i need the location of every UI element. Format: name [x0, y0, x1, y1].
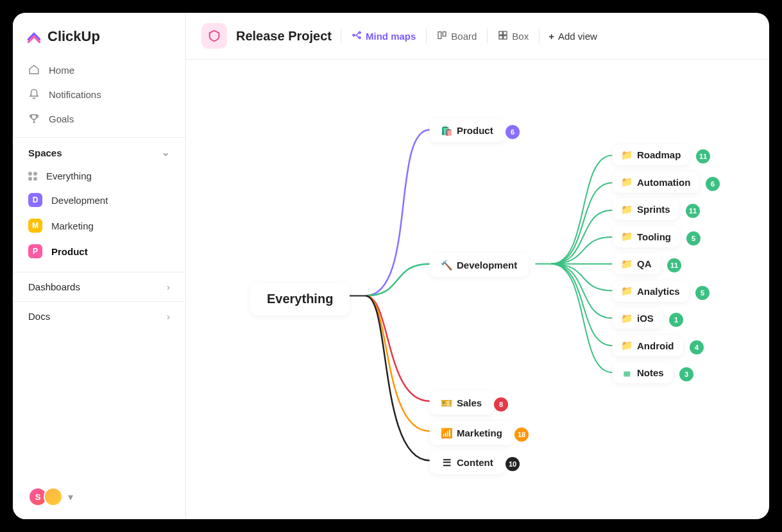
add-view-label: Add view [558, 31, 597, 42]
svg-point-1 [359, 31, 361, 33]
tab-box[interactable]: Box [497, 28, 530, 45]
node-dev-child[interactable]: 📁QA [613, 253, 661, 274]
folder-icon: 📁 [622, 340, 632, 351]
nav-home[interactable]: Home [13, 58, 185, 82]
svg-rect-6 [504, 31, 507, 35]
svg-rect-8 [504, 35, 507, 38]
count-badge: 11 [696, 149, 710, 163]
node-label: Analytics [637, 286, 680, 297]
count-badge: 8 [494, 397, 508, 411]
node-label: Android [637, 340, 674, 351]
logo[interactable]: ClickUp [13, 13, 185, 58]
count-badge: 11 [667, 258, 681, 272]
node-label: QA [637, 258, 652, 269]
node-development[interactable]: 🔨 Development [430, 253, 529, 277]
count-badge: 5 [695, 286, 710, 300]
divider [426, 29, 427, 43]
node-marketing[interactable]: 📶 Marketing [430, 421, 514, 445]
node-label: Development [457, 260, 517, 270]
node-dev-child[interactable]: 📁Analytics [613, 281, 689, 302]
nav-notifications-label: Notifications [49, 89, 101, 100]
space-label: Development [51, 195, 108, 206]
count-badge: 3 [679, 367, 693, 381]
avatar-other [44, 487, 63, 506]
root-label: Everything [267, 292, 333, 306]
space-label: Product [51, 246, 88, 257]
wifi-icon: 📶 [441, 428, 452, 438]
folder-icon: 📁 [622, 259, 632, 269]
text-icon: ☰ [441, 458, 452, 468]
sidebar-item-marketing[interactable]: M Marketing [13, 213, 185, 238]
node-dev-child[interactable]: 📁iOS [613, 308, 663, 329]
project-icon [201, 23, 227, 49]
nav-goals-label: Goals [49, 113, 74, 124]
node-label: Roadmap [637, 149, 681, 160]
plus-icon: + [548, 31, 554, 42]
folder-icon: 📁 [622, 204, 632, 215]
node-label: Sprints [637, 204, 670, 215]
nav-notifications[interactable]: Notifications [13, 82, 185, 106]
divider [487, 29, 488, 43]
count-badge: 11 [686, 204, 700, 218]
space-badge-m: M [28, 219, 42, 233]
node-label: iOS [637, 313, 654, 324]
sidebar: ClickUp Home Notifications Goals Spaces … [13, 13, 186, 519]
list-icon: ≣ [622, 368, 632, 378]
svg-rect-3 [438, 31, 441, 38]
node-content[interactable]: ☰ Content [430, 451, 505, 474]
node-dev-child[interactable]: 📁Automation [613, 172, 699, 193]
svg-rect-4 [443, 31, 446, 36]
bell-icon [28, 88, 40, 100]
logo-text: ClickUp [47, 28, 100, 45]
tab-mindmaps[interactable]: Mind maps [350, 28, 417, 45]
node-label: Tooling [637, 231, 671, 242]
svg-point-2 [359, 37, 361, 38]
sidebar-item-docs[interactable]: Docs › [13, 301, 185, 331]
mindmap-icon [352, 30, 362, 42]
sidebar-item-dashboards[interactable]: Dashboards › [13, 272, 185, 301]
node-dev-child[interactable]: 📁Sprints [613, 199, 679, 220]
space-badge-p: P [28, 244, 42, 258]
folder-icon: 📁 [622, 177, 632, 187]
node-label: Automation [637, 177, 690, 188]
node-dev-child[interactable]: 📁Tooling [613, 226, 680, 247]
node-label: Content [457, 457, 493, 468]
node-product[interactable]: 🛍️ Product [430, 119, 505, 142]
folder-icon: 📁 [622, 313, 632, 324]
folder-icon: 📁 [622, 286, 632, 296]
count-badge: 6 [506, 125, 520, 139]
trophy-icon [28, 113, 40, 124]
count-badge: 4 [690, 340, 704, 354]
spaces-header-label: Spaces [28, 147, 62, 158]
node-label: Product [457, 125, 493, 136]
count-badge: 1 [669, 313, 683, 327]
topbar: Release Project Mind maps Board Box + Ad… [186, 13, 769, 60]
folder-icon: 📁 [622, 231, 632, 242]
space-label: Marketing [51, 220, 94, 231]
count-badge: 5 [686, 231, 701, 245]
tab-board[interactable]: Board [436, 28, 478, 45]
node-dev-child[interactable]: 📁Roadmap [613, 144, 690, 165]
nav-goals[interactable]: Goals [13, 106, 185, 131]
docs-label: Docs [28, 311, 50, 322]
mindmap-root-node[interactable]: Everything [250, 283, 350, 315]
node-sales[interactable]: 🎫 Sales [430, 391, 493, 415]
spaces-header[interactable]: Spaces ⌄ [13, 137, 185, 165]
count-badge: 18 [514, 428, 529, 442]
chevron-right-icon: › [167, 281, 170, 292]
svg-point-0 [353, 34, 355, 36]
node-dev-child[interactable]: ≣Notes [613, 362, 673, 383]
app-window: ClickUp Home Notifications Goals Spaces … [13, 13, 769, 519]
mindmap-canvas[interactable]: Everything 🛍️ Product 6 🔨 Development 🎫 … [186, 60, 769, 519]
node-dev-child[interactable]: 📁Android [613, 335, 683, 356]
user-avatars[interactable]: S ▾ [13, 474, 185, 519]
sidebar-item-everything[interactable]: Everything [13, 165, 185, 187]
space-badge-d: D [28, 193, 42, 207]
node-label: Sales [457, 397, 482, 408]
sidebar-item-development[interactable]: D Development [13, 187, 185, 213]
sidebar-item-product[interactable]: P Product [13, 238, 185, 264]
project-title: Release Project [236, 29, 332, 44]
chevron-right-icon: › [167, 311, 170, 322]
dashboards-label: Dashboards [28, 281, 80, 292]
add-view-button[interactable]: + Add view [548, 31, 597, 42]
